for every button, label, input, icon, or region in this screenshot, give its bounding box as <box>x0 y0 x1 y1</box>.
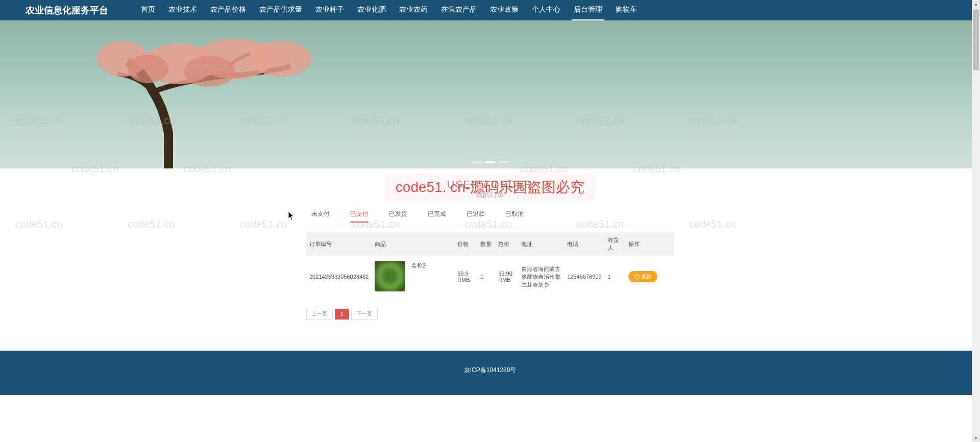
indicator-3[interactable] <box>498 161 508 163</box>
scrollbar-up-icon[interactable]: ▲ <box>972 0 980 8</box>
th-phone: 电话 <box>564 232 604 256</box>
main-nav: 首页 农业技术 农产品价格 农产品供求量 农业种子 农业化肥 农业农药 在售农产… <box>139 0 639 21</box>
banner-tree-image <box>77 31 332 168</box>
scrollbar-thumb[interactable] <box>973 9 979 70</box>
th-action: 操作 <box>625 232 674 256</box>
cell-action: 退款 <box>625 256 674 298</box>
cell-address: 青海省海西蒙古族藏族自治州都兰县香加乡 <box>518 256 564 298</box>
refund-label: 退款 <box>641 273 651 280</box>
order-tabs: 未支付 已支付 已发货 已完成 已退款 已取消 <box>306 210 674 227</box>
tab-shipped[interactable]: 已发货 <box>389 210 407 223</box>
indicator-2[interactable] <box>485 161 495 163</box>
banner <box>0 20 980 168</box>
svg-point-3 <box>250 41 311 77</box>
nav-backend[interactable]: 后台管理 <box>572 0 604 21</box>
indicator-1[interactable] <box>472 161 482 163</box>
nav-policy[interactable]: 农业政策 <box>488 0 521 21</box>
cell-product-name: 名称2 <box>408 256 454 298</box>
watermark-overlay-text: code51. cn-源码乐园盗图必究 <box>385 174 595 201</box>
cell-qty: 1 <box>477 256 495 298</box>
order-table: 订单编号 商品 价格 数量 总价 地址 电话 收货人 操作 2021425933… <box>306 232 674 298</box>
th-total: 总价 <box>495 232 518 256</box>
tab-refunded[interactable]: 已退款 <box>467 210 485 223</box>
cell-total: 99.90 RMB <box>495 256 518 298</box>
page-prev[interactable]: 上一页 <box>306 308 333 320</box>
nav-pesticide[interactable]: 农业农药 <box>397 0 430 21</box>
pagination: 上一页 1 下一页 <box>306 308 674 320</box>
tab-unpaid[interactable]: 未支付 <box>311 210 330 223</box>
footer: 京ICP备1041289号 <box>0 351 980 395</box>
mouse-cursor-icon <box>288 211 296 220</box>
page-1[interactable]: 1 <box>335 309 349 320</box>
table-header-row: 订单编号 商品 价格 数量 总价 地址 电话 收货人 操作 <box>306 232 674 256</box>
cell-orderno: 2021425933056023482 <box>306 256 372 298</box>
refund-button[interactable]: 退款 <box>628 271 657 282</box>
product-thumbnail <box>375 261 405 291</box>
th-address: 地址 <box>518 232 564 256</box>
cell-product-img <box>372 256 408 298</box>
content-area: 未支付 已支付 已发货 已完成 已退款 已取消 订单编号 商品 价格 数量 总价… <box>306 205 674 340</box>
nav-cart[interactable]: 购物车 <box>614 0 639 21</box>
th-empty <box>408 232 454 256</box>
nav-onsale[interactable]: 在售农产品 <box>439 0 479 21</box>
nav-home[interactable]: 首页 <box>139 0 157 21</box>
cell-phone: 12345678909 <box>564 256 604 298</box>
nav-tech[interactable]: 农业技术 <box>166 0 199 21</box>
tab-completed[interactable]: 已完成 <box>428 210 446 223</box>
table-row: 2021425933056023482 名称2 99.9 RMB 1 99.90… <box>306 256 674 298</box>
th-orderno: 订单编号 <box>306 232 372 256</box>
tab-paid[interactable]: 已支付 <box>350 210 369 223</box>
th-qty: 数量 <box>477 232 495 256</box>
site-title: 农业信息化服务平台 <box>26 4 108 16</box>
nav-fertilizer[interactable]: 农业化肥 <box>355 0 388 21</box>
nav-seed[interactable]: 农业种子 <box>313 0 346 21</box>
refund-icon <box>634 274 640 279</box>
th-receiver: 收货人 <box>605 232 625 256</box>
nav-supply[interactable]: 农产品供求量 <box>257 0 304 21</box>
nav-price[interactable]: 农产品价格 <box>208 0 248 21</box>
page-next[interactable]: 下一页 <box>351 308 378 320</box>
header: 农业信息化服务平台 首页 农业技术 农产品价格 农产品供求量 农业种子 农业化肥… <box>0 0 980 20</box>
footer-icp: 京ICP备1041289号 <box>0 366 980 375</box>
tab-cancelled[interactable]: 已取消 <box>505 210 524 223</box>
nav-personal[interactable]: 个人中心 <box>530 0 562 21</box>
svg-point-5 <box>184 56 235 87</box>
cell-receiver: 1 <box>605 256 625 298</box>
carousel-indicators <box>472 161 508 163</box>
cell-price: 99.9 RMB <box>454 256 477 298</box>
svg-point-4 <box>128 55 168 83</box>
th-price: 价格 <box>454 232 477 256</box>
th-product: 商品 <box>372 232 408 256</box>
scrollbar-track[interactable]: ▲ ▼ <box>972 0 980 395</box>
